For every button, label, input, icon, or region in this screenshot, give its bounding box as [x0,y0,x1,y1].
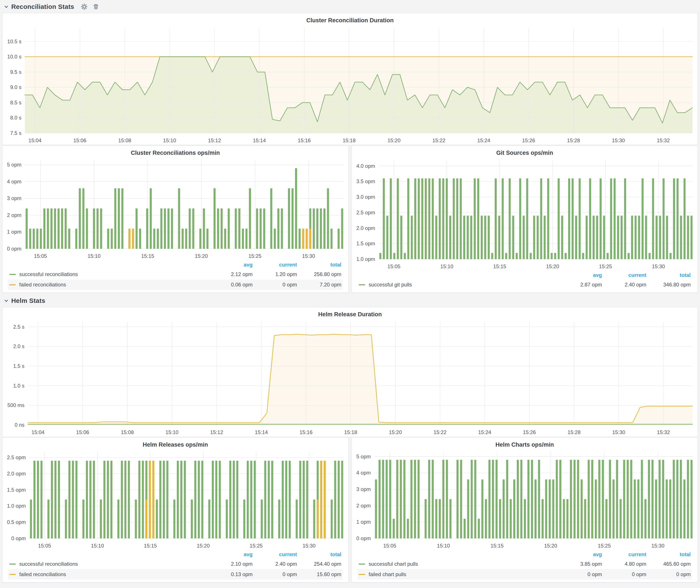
gear-icon[interactable] [79,2,89,11]
svg-text:15:10: 15:10 [437,543,450,549]
legend-series-label[interactable]: failed reconciliations [9,571,208,577]
svg-text:1 opm: 1 opm [7,229,21,235]
panel-title[interactable]: Helm Release Duration [2,307,698,318]
svg-text:10.5 s: 10.5 s [7,39,21,44]
svg-text:3.5 opm: 3.5 opm [356,178,375,184]
section-title: Helm Stats [11,297,45,304]
legend-sort-current[interactable]: current [253,262,297,268]
legend-sort-avg[interactable]: avg [208,262,253,268]
legend-sort-current[interactable]: current [253,551,297,557]
svg-text:15:20: 15:20 [387,137,400,143]
legend-value: 0 opm [602,571,646,577]
svg-text:15:05: 15:05 [34,253,47,259]
legend-row: successful reconciliations2.10 opm2.40 o… [8,559,343,569]
legend-sort-total[interactable]: total [646,551,691,557]
legend-sort-current[interactable]: current [602,272,646,278]
chart-svg: 0 opm1 opm2 opm3 opm4 opm5 opm15:0515:10… [2,157,348,260]
legend-series-color-dash [359,564,365,565]
svg-text:4 opm: 4 opm [7,179,21,184]
legend-row: failed reconciliations0.06 opm0 opm7.20 … [8,279,343,290]
legend-series-label[interactable]: successful chart pulls [359,561,558,567]
legend-table: avgcurrenttotalsuccessful reconciliation… [2,550,348,582]
legend-sort-total[interactable]: total [297,262,341,268]
legend-value: 2.12 opm [208,271,253,277]
legend-row: successful chart pulls3.85 opm4.80 opm46… [357,559,692,569]
svg-text:15:30: 15:30 [652,263,665,269]
legend-series-color-dash [9,574,16,575]
svg-text:7.5 s: 7.5 s [10,130,21,136]
legend-value: 0 opm [558,571,602,577]
panel-helm-charts-opm: Helm Charts ops/min 0 opm1 opm2 opm3 opm… [352,437,698,582]
svg-text:15:06: 15:06 [73,137,86,143]
panel-title[interactable]: Helm Releases ops/min [2,438,348,449]
chart-svg: 7.5 s8.0 s8.5 s9.0 s9.5 s10.0 s10.5 s15:… [2,24,698,145]
legend-series-label[interactable]: failed reconciliations [9,282,208,288]
svg-text:1.0 opm: 1.0 opm [7,503,26,509]
legend-series-label[interactable]: successful git pulls [359,282,558,288]
bar-chart-canvas[interactable]: 0 opm1 opm2 opm3 opm4 opm5 opm15:0515:10… [352,449,698,550]
legend-value: 256.80 opm [297,271,341,277]
svg-text:15:06: 15:06 [76,429,89,435]
svg-text:2.5 opm: 2.5 opm [356,210,375,215]
svg-text:15:20: 15:20 [544,543,557,549]
svg-text:15:30: 15:30 [303,543,316,549]
svg-text:15:30: 15:30 [302,253,315,259]
svg-text:15:28: 15:28 [567,137,580,143]
svg-text:9.5 s: 9.5 s [10,69,21,75]
legend-sort-avg[interactable]: avg [208,551,253,557]
svg-text:15:12: 15:12 [210,429,223,435]
legend-value: 2.10 opm [208,561,253,567]
time-series-chart-canvas[interactable]: 0 ns500 ms1.0 s1.5 s2.0 s2.5 s15:0415:06… [2,318,698,437]
legend-sort-avg[interactable]: avg [558,551,602,557]
svg-text:15:30: 15:30 [612,137,625,143]
panel-title[interactable]: Helm Charts ops/min [352,438,698,449]
section-title: Reconciliation Stats [11,3,74,10]
legend-series-label[interactable]: successful reconciliations [9,271,208,277]
panel-row-duration: Cluster Reconciliation Duration 7.5 s8.0… [2,13,698,145]
panel-row-reconciliation-rates: Cluster Reconciliations ops/min 0 opm1 o… [2,145,698,293]
svg-text:8.5 s: 8.5 s [10,100,21,105]
svg-text:0 opm: 0 opm [356,535,371,541]
legend-value: 2.87 opm [558,282,602,288]
panel-git-sources-opm: Git Sources ops/min 1.0 opm1.5 opm2.0 op… [352,145,698,293]
panel-title[interactable]: Git Sources ops/min [352,146,698,157]
svg-text:15:25: 15:25 [599,263,612,269]
bar-chart-canvas[interactable]: 0 opm0.5 opm1.0 opm1.5 opm2.0 opm2.5 opm… [2,449,348,550]
bar-chart-canvas[interactable]: 0 opm1 opm2 opm3 opm4 opm5 opm15:0515:10… [2,157,348,260]
legend-sort-current[interactable]: current [602,551,646,557]
svg-text:3 opm: 3 opm [7,195,21,201]
legend-sort-total[interactable]: total [297,551,341,557]
svg-text:15:22: 15:22 [432,137,445,143]
legend-row: failed chart pulls0 opm0 opm0 opm [357,569,692,580]
legend-series-color-dash [359,284,365,285]
svg-text:15:14: 15:14 [253,137,266,143]
svg-text:15:20: 15:20 [546,263,559,269]
svg-text:15:32: 15:32 [657,429,670,435]
svg-text:15:04: 15:04 [31,429,44,435]
time-series-chart-canvas[interactable]: 7.5 s8.0 s8.5 s9.0 s9.5 s10.0 s10.5 s15:… [2,24,698,145]
svg-text:15:26: 15:26 [523,429,536,435]
legend-sort-avg[interactable]: avg [558,272,602,278]
svg-text:15:26: 15:26 [522,137,535,143]
svg-text:0 opm: 0 opm [11,535,26,541]
svg-text:1.5 opm: 1.5 opm [7,487,26,493]
panel-title[interactable]: Cluster Reconciliations ops/min [2,146,348,157]
trash-icon[interactable] [91,2,101,11]
section-header-reconciliation-stats[interactable]: Reconciliation Stats [2,1,698,13]
svg-text:15:24: 15:24 [477,137,490,143]
legend-series-label[interactable]: failed chart pulls [359,571,558,577]
svg-text:3 opm: 3 opm [356,486,371,492]
svg-text:1.5 opm: 1.5 opm [356,241,375,246]
bar-chart-canvas[interactable]: 1.0 opm1.5 opm2.0 opm2.5 opm3.0 opm3.5 o… [352,157,698,271]
legend-sort-total[interactable]: total [646,272,691,278]
svg-text:1.0 opm: 1.0 opm [356,256,375,262]
legend-row: successful reconciliations2.12 opm1.20 o… [8,269,343,279]
section-header-helm-stats[interactable]: Helm Stats [2,295,698,307]
legend-series-label[interactable]: successful reconciliations [9,561,208,567]
chevron-down-icon[interactable] [3,4,9,10]
panel-title[interactable]: Cluster Reconciliation Duration [2,13,698,24]
svg-text:15:16: 15:16 [300,429,313,435]
legend-value: 0.13 opm [208,571,253,577]
chevron-down-icon[interactable] [3,298,9,304]
svg-text:15:18: 15:18 [343,137,356,143]
